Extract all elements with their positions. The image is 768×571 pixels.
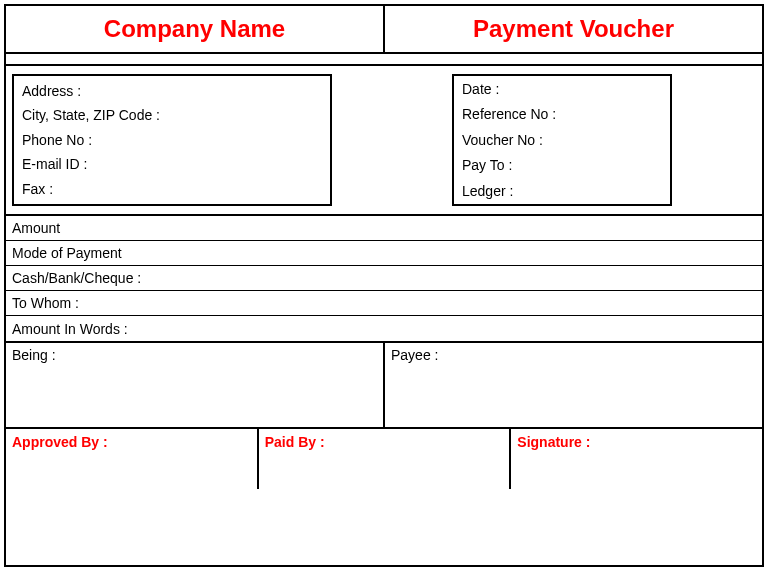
signature-section: Approved By : Paid By : Signature : (6, 429, 762, 489)
signature-cell: Signature : (511, 429, 762, 489)
to-whom-row: To Whom : (6, 291, 762, 316)
company-info-box: Address : City, State, ZIP Code : Phone … (12, 74, 332, 206)
being-payee-section: Being : Payee : (6, 343, 762, 429)
spacer-row (6, 54, 762, 66)
date-label: Date : (462, 80, 662, 98)
voucher-title: Payment Voucher (473, 15, 674, 43)
being-label: Being : (12, 347, 56, 363)
ref-no-label: Reference No : (462, 105, 662, 123)
header-row: Company Name Payment Voucher (6, 6, 762, 54)
email-label: E-mail ID : (22, 155, 322, 173)
paid-by-cell: Paid By : (259, 429, 512, 489)
fax-label: Fax : (22, 180, 322, 198)
company-name: Company Name (104, 15, 285, 43)
voucher-title-cell: Payment Voucher (385, 6, 762, 54)
voucher-no-label: Voucher No : (462, 131, 662, 149)
info-section: Address : City, State, ZIP Code : Phone … (6, 66, 762, 216)
paid-by-label: Paid By : (265, 434, 325, 450)
approved-by-cell: Approved By : (6, 429, 259, 489)
approved-by-label: Approved By : (12, 434, 108, 450)
payment-voucher: Company Name Payment Voucher Address : C… (4, 4, 764, 567)
being-cell: Being : (6, 343, 385, 427)
cash-bank-row: Cash/Bank/Cheque : (6, 266, 762, 291)
pay-to-label: Pay To : (462, 156, 662, 174)
payee-label: Payee : (391, 347, 438, 363)
voucher-info-box: Date : Reference No : Voucher No : Pay T… (452, 74, 672, 206)
amount-row: Amount (6, 216, 762, 241)
details-section: Amount Mode of Payment Cash/Bank/Cheque … (6, 216, 762, 343)
address-label: Address : (22, 82, 322, 100)
ledger-label: Ledger : (462, 182, 662, 200)
city-state-label: City, State, ZIP Code : (22, 106, 322, 124)
mode-row: Mode of Payment (6, 241, 762, 266)
signature-label: Signature : (517, 434, 590, 450)
phone-label: Phone No : (22, 131, 322, 149)
amount-words-row: Amount In Words : (6, 316, 762, 341)
company-name-cell: Company Name (6, 6, 385, 54)
payee-cell: Payee : (385, 343, 762, 427)
